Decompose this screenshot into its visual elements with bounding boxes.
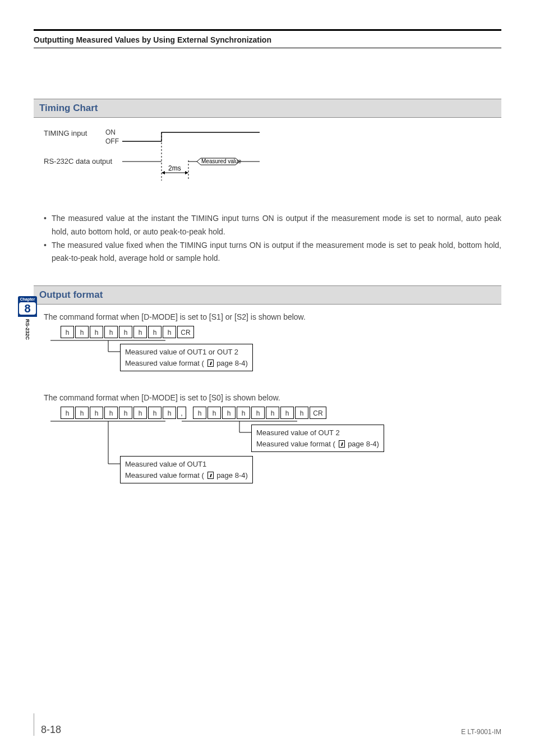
footer-left: 8-18 (34, 713, 61, 736)
byte-h: h (207, 407, 221, 419)
section-header-timing: Timing Chart (34, 99, 501, 118)
output-format-para-1: The command format when [D-MODE] is set … (34, 312, 501, 321)
rs232c-label: RS-232C data output (44, 157, 113, 165)
page-ref-icon (207, 472, 214, 479)
byte-h: h (222, 407, 236, 419)
byte-h: h (193, 407, 206, 419)
footer-divider (34, 713, 34, 736)
page-ref-icon (339, 440, 345, 448)
callout-line2: Measured value format ( page 8-4) (125, 358, 248, 369)
section-header-output: Output format (34, 285, 501, 305)
format-diagram-s0: h h h h h h h h , h h h h h h h h CR Mea… (34, 407, 501, 496)
byte-h: h (133, 407, 147, 419)
timing-chart: TIMING input ON OFF RS-232C data output … (34, 126, 501, 190)
byte-h: h (163, 407, 176, 419)
timing-on-label: ON (105, 128, 116, 136)
callout-s0-out2: Measured value of OUT 2 Measured value f… (251, 425, 384, 452)
page-number: 8-18 (41, 724, 61, 736)
chapter-sublabel: RS-232C (25, 319, 30, 340)
callout-line1: Measured value of OUT1 (125, 459, 248, 470)
byte-h: h (251, 407, 265, 419)
callout-s1s2: Measured value of OUT1 or OUT 2 Measured… (120, 344, 253, 371)
byte-h: h (295, 407, 308, 419)
byte-h: h (119, 407, 132, 419)
byte-cr: CR (310, 407, 326, 419)
header-rule-thin (34, 48, 501, 48)
chapter-number: 8 (19, 302, 36, 315)
callout-s0-out1: Measured value of OUT1 Measured value fo… (120, 456, 253, 483)
output-format-para-2: The command format when [D-MODE] is set … (34, 393, 501, 402)
byte-h: h (148, 326, 162, 338)
dim-arrow-right (185, 171, 188, 174)
callout-line2: Measured value format ( page 8-4) (256, 439, 379, 450)
format-diagram-s1s2: h h h h h h h h CR Measured value of OUT… (34, 326, 501, 388)
page-running-header: Outputting Measured Values by Using Exte… (34, 35, 501, 48)
timing-input-label: TIMING input (44, 129, 87, 137)
dim-arrow-left (162, 171, 165, 174)
byte-row-2: h h h h h h h h , h h h h h h h h CR (44, 407, 501, 419)
byte-h: h (133, 326, 147, 338)
byte-row-1: h h h h h h h h CR (44, 326, 501, 338)
timing-waveform (122, 132, 260, 141)
measured-value-text: Measured value (201, 158, 242, 164)
byte-h: h (75, 407, 89, 419)
byte-h: h (237, 407, 250, 419)
timing-chart-svg: TIMING input ON OFF RS-232C data output … (44, 126, 279, 187)
document-id: E LT-9001-IM (461, 728, 501, 736)
timing-off-label: OFF (105, 137, 119, 145)
byte-comma: , (177, 407, 186, 419)
byte-h: h (163, 326, 176, 338)
bullet-1: The measured value at the instant the TI… (44, 212, 501, 239)
byte-h: h (61, 407, 74, 419)
byte-h: h (61, 326, 74, 338)
byte-h: h (75, 326, 89, 338)
header-rule-thick (34, 29, 501, 31)
byte-h: h (104, 326, 118, 338)
page-footer: 8-18 E LT-9001-IM (34, 713, 501, 736)
callout-line2: Measured value format ( page 8-4) (125, 470, 248, 481)
byte-h: h (266, 407, 279, 419)
bullet-2: The measured value fixed when the TIMING… (44, 239, 501, 266)
callout-line1: Measured value of OUT1 or OUT 2 (125, 347, 248, 358)
callout-line1: Measured value of OUT 2 (256, 427, 379, 439)
timing-bullets: The measured value at the instant the TI… (34, 212, 501, 265)
byte-h: h (119, 326, 132, 338)
byte-h: h (280, 407, 294, 419)
byte-h: h (90, 407, 103, 419)
page-ref-icon (207, 359, 214, 367)
byte-cr: CR (177, 326, 194, 338)
chapter-box: Chapter 8 (18, 296, 37, 317)
byte-h: h (148, 407, 162, 419)
chapter-label: Chapter (18, 297, 37, 301)
byte-h: h (90, 326, 103, 338)
dim-text: 2ms (168, 164, 181, 172)
byte-h: h (104, 407, 118, 419)
